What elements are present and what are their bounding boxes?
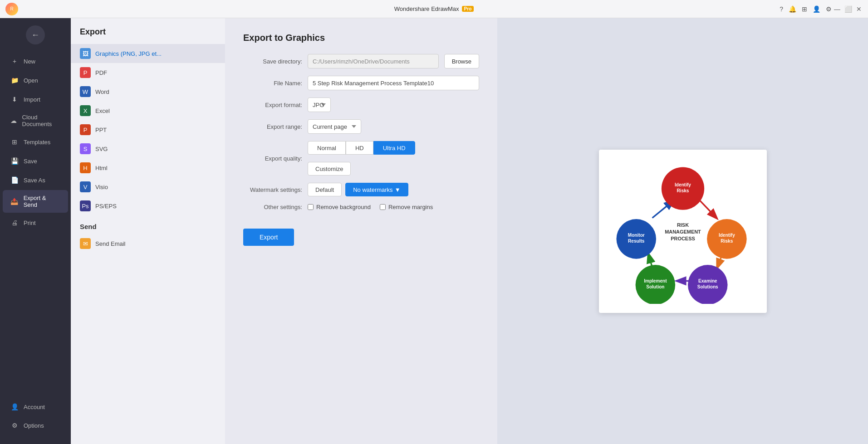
preview-card: RISK MANAGEMENT PROCESS Identify Risks I… [599,150,767,313]
sidebar-item-account[interactable]: 👤 Account [3,398,68,416]
svg-text:Results: Results [628,239,645,244]
export-item-excel[interactable]: X Excel [71,101,225,120]
svg-icon: S [80,143,91,154]
export-item-pseps[interactable]: Ps PS/EPS [71,196,225,215]
sidebar-item-cloud[interactable]: ☁ Cloud Documents [3,109,68,132]
watermark-nowatermarks-label: No watermarks [353,186,392,193]
export-form-area: Export to Graphics Save directory: Brows… [225,18,868,444]
sidebar-export-label: Export & Send [24,195,61,208]
file-name-label: File Name: [243,80,302,87]
quality-normal-button[interactable]: Normal [308,141,346,155]
save-icon: 💾 [10,156,19,166]
close-button[interactable]: ✕ [855,5,863,13]
window-controls: — ⬜ ✕ [834,5,863,13]
save-directory-row: Save directory: Browse [243,54,479,68]
user-icon[interactable]: 👤 [813,5,820,13]
sidebar-item-options[interactable]: ⚙ Options [3,416,68,434]
send-section-title: Send [71,215,225,234]
export-icon: 📤 [10,197,19,206]
open-icon: 📁 [10,76,19,85]
watermark-default-button[interactable]: Default [308,183,342,196]
sidebar-item-new[interactable]: + New [3,52,68,70]
sidebar-item-save[interactable]: 💾 Save [3,152,68,170]
export-item-visio[interactable]: V Visio [71,177,225,196]
notification-icon[interactable]: 🔔 [789,5,796,13]
saveas-icon: 📄 [10,176,19,185]
titlebar: R Wondershare EdrawMax Pro ? 🔔 ⊞ 👤 ⚙ — ⬜… [0,0,868,18]
graphics-label: Graphics (PNG, JPG et... [95,50,162,57]
settings-icon[interactable]: ⚙ [826,5,832,13]
svg-text:Identify: Identify [718,232,735,237]
excel-label: Excel [95,107,110,114]
quality-ultrahd-button[interactable]: Ultra HD [373,141,415,155]
sidebar-templates-label: Templates [24,139,50,146]
watermark-nowatermarks-button[interactable]: No watermarks ▼ [345,183,408,196]
export-format-label: Export format: [243,102,302,108]
sidebar-item-open[interactable]: 📁 Open [3,71,68,89]
export-button-area: Export [243,218,479,246]
sidebar-item-export[interactable]: 📤 Export & Send [3,190,68,213]
export-quality-label: Export quality: [243,155,302,162]
remove-background-label: Remove background [316,204,371,210]
customize-button[interactable]: Customize [308,162,351,176]
export-panel: Export 🖼 Graphics (PNG, JPG et... P PDF … [71,18,225,444]
export-item-svg[interactable]: S SVG [71,139,225,158]
export-range-select[interactable]: Current page All pages Selected objects [308,119,361,134]
sidebar-item-templates[interactable]: ⊞ Templates [3,133,68,151]
diagram-svg: RISK MANAGEMENT PROCESS Identify Risks I… [610,159,755,304]
sidebar-item-import[interactable]: ⬇ Import [3,90,68,108]
ppt-label: PPT [95,127,107,133]
ppt-icon: P [80,124,91,135]
diagram-center-text-3: PROCESS [671,236,695,241]
word-icon: W [80,86,91,97]
export-panel-title: Export [71,27,225,44]
quality-hd-button[interactable]: HD [346,141,373,155]
watermark-group: Default No watermarks ▼ [308,183,479,196]
export-format-select[interactable]: JPG PNG BMP GIF TIFF SVG [308,98,331,112]
export-item-ppt[interactable]: P PPT [71,120,225,139]
export-range-label: Export range: [243,123,302,130]
svg-text:Risks: Risks [677,188,689,193]
watermark-label: Watermark settings: [243,186,302,193]
sidebar-open-label: Open [24,77,38,84]
svg-label: SVG [95,146,108,152]
pseps-icon: Ps [80,200,91,211]
excel-icon: X [80,105,91,116]
remove-background-checkbox-label[interactable]: Remove background [308,204,371,210]
export-range-select-wrapper: Current page All pages Selected objects [308,119,479,134]
left-sidebar: ← + New 📁 Open ⬇ Import ☁ Cloud Document… [0,18,71,444]
export-item-email[interactable]: ✉ Send Email [71,234,225,253]
sidebar-item-print[interactable]: 🖨 Print [3,214,68,232]
avatar[interactable]: R [5,3,18,15]
remove-margins-checkbox[interactable] [380,204,386,210]
back-button[interactable]: ← [26,25,45,44]
apps-icon[interactable]: ⊞ [802,5,807,13]
sidebar-saveas-label: Save As [24,177,45,184]
save-directory-input[interactable] [308,54,439,68]
word-label: Word [95,88,109,95]
export-item-graphics[interactable]: 🖼 Graphics (PNG, JPG et... [71,44,225,63]
export-button[interactable]: Export [243,229,294,246]
browse-button[interactable]: Browse [444,54,479,68]
account-icon: 👤 [10,402,19,411]
export-item-pdf[interactable]: P PDF [71,63,225,82]
sidebar-import-label: Import [24,96,40,103]
maximize-button[interactable]: ⬜ [844,5,852,13]
remove-background-checkbox[interactable] [308,204,314,210]
svg-text:Identify: Identify [675,182,691,187]
export-item-word[interactable]: W Word [71,82,225,101]
pseps-label: PS/EPS [95,203,117,210]
sidebar-item-saveas[interactable]: 📄 Save As [3,171,68,189]
diagram-center-text-1: RISK [677,222,688,227]
options-icon: ⚙ [10,421,19,430]
sidebar-new-label: New [24,58,35,65]
help-icon[interactable]: ? [780,5,783,13]
export-item-html[interactable]: H Html [71,158,225,177]
export-format-select-wrapper: JPG PNG BMP GIF TIFF SVG [308,98,479,112]
import-icon: ⬇ [10,95,19,104]
email-icon: ✉ [80,238,91,249]
remove-margins-checkbox-label[interactable]: Remove margins [380,204,433,210]
export-form-panel: Export to Graphics Save directory: Brows… [225,18,497,444]
file-name-input[interactable] [308,76,479,90]
minimize-button[interactable]: — [834,5,841,13]
